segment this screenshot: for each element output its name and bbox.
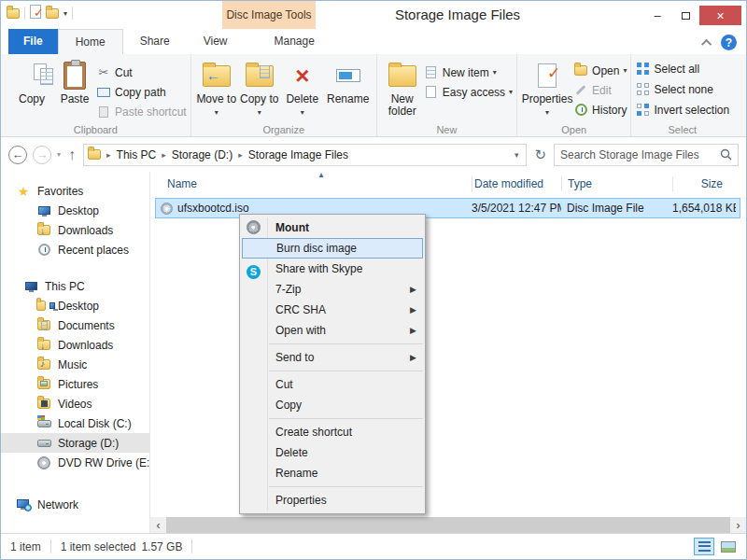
close-button[interactable]: × <box>699 6 741 25</box>
recent-locations-icon[interactable]: ▾ <box>57 150 61 159</box>
menu-item-cut[interactable]: Cut <box>240 374 425 395</box>
breadcrumb-separator-icon: ▸ <box>234 150 247 160</box>
menu-item-mount[interactable]: Mount <box>240 217 425 238</box>
paste-button[interactable]: Paste <box>53 57 96 105</box>
horizontal-scrollbar[interactable]: ‹ › <box>150 517 746 533</box>
tab-file[interactable]: File <box>8 29 58 54</box>
move-to-button[interactable]: ← Move to▾ <box>195 57 238 119</box>
tab-view[interactable]: View <box>187 29 245 54</box>
sidebar-item-downloads[interactable]: ↓Downloads <box>1 335 149 355</box>
breadcrumb-separator-icon: ▸ <box>103 150 115 160</box>
breadcrumb-storage-image-files[interactable]: Storage Image Files <box>248 148 348 161</box>
menu-item-copy[interactable]: Copy <box>240 395 425 415</box>
paste-shortcut-button[interactable]: Paste shortcut <box>96 104 187 119</box>
open-icon <box>573 65 588 76</box>
menu-item-7-zip[interactable]: 7-Zip▶ <box>240 279 425 300</box>
sidebar-item-documents[interactable]: Documents <box>1 315 149 335</box>
sidebar-item-storage-d[interactable]: Storage (D:) <box>1 433 149 453</box>
refresh-icon[interactable]: ↻ <box>532 147 548 163</box>
network-icon <box>16 499 31 510</box>
menu-item-share-with-skype[interactable]: SShare with Skype <box>240 259 425 279</box>
back-button[interactable]: ← <box>8 146 27 164</box>
maximize-icon <box>682 12 690 20</box>
dvd-disc-icon <box>36 456 51 469</box>
minimize-button[interactable]: – <box>643 6 671 25</box>
qat-separator <box>72 7 73 20</box>
details-view-button[interactable] <box>694 538 714 555</box>
menu-item-burn-disc-image[interactable]: Burn disc image <box>242 238 423 259</box>
properties-qat-button[interactable]: ✓ <box>30 5 41 21</box>
scrollbar-thumb[interactable] <box>166 517 730 533</box>
easy-access-button[interactable]: Easy access▾ <box>424 84 513 100</box>
file-type: Disc Image File <box>561 202 672 215</box>
sidebar-item-videos[interactable]: Videos <box>1 394 149 413</box>
new-folder-button[interactable]: New folder <box>381 57 424 118</box>
open-button[interactable]: Open▾ <box>573 63 627 78</box>
sidebar-item-favorites[interactable]: ★Favorites <box>1 181 149 201</box>
sidebar-item-dvd-drive-e[interactable]: DVD RW Drive (E:) <box>1 453 149 472</box>
copy-button[interactable]: Copy <box>10 57 53 105</box>
copy-label: Copy <box>19 93 45 105</box>
maximize-button[interactable] <box>671 6 699 25</box>
column-header-size[interactable]: Size <box>672 176 738 191</box>
copy-to-button[interactable]: Copy to▾ <box>238 57 281 119</box>
up-button[interactable]: ↑ <box>66 147 78 163</box>
paste-label: Paste <box>61 93 90 105</box>
forward-button[interactable]: → <box>33 146 51 164</box>
sidebar-item-desktop-fav[interactable]: Desktop <box>1 201 149 220</box>
new-item-button[interactable]: New item▾ <box>424 64 513 80</box>
scroll-left-icon[interactable]: ‹ <box>150 517 166 533</box>
sidebar-item-network[interactable]: Network <box>1 495 149 514</box>
select-all-button[interactable]: Select all <box>635 61 729 77</box>
invert-selection-button[interactable]: Invert selection <box>635 102 729 118</box>
column-header-type[interactable]: Type <box>561 176 672 191</box>
dropdown-caret: ▾ <box>623 66 627 75</box>
sidebar-item-this-pc[interactable]: This PC <box>1 276 149 296</box>
sidebar-item-downloads-fav[interactable]: ↓Downloads <box>1 220 149 240</box>
menu-item-rename[interactable]: Rename <box>240 463 425 483</box>
sidebar-item-music[interactable]: ♪Music <box>1 355 149 374</box>
status-divider <box>50 539 51 553</box>
scroll-right-icon[interactable]: › <box>730 517 746 533</box>
dropdown-caret: ▾ <box>258 106 261 119</box>
menu-item-crc-sha[interactable]: CRC SHA▶ <box>240 300 425 320</box>
rename-button[interactable]: Rename <box>324 57 373 105</box>
copy-path-button[interactable]: Copy path <box>96 84 187 100</box>
large-icons-view-button[interactable] <box>718 538 739 555</box>
search-input[interactable] <box>560 148 720 161</box>
menu-item-properties[interactable]: Properties <box>240 490 425 511</box>
menu-item-delete[interactable]: Delete <box>240 442 425 463</box>
breadcrumb-storage-d[interactable]: Storage (D:) <box>172 148 233 161</box>
collapse-ribbon-icon[interactable] <box>701 38 712 49</box>
tab-share[interactable]: Share <box>123 29 187 54</box>
delete-button[interactable]: × Delete▾ <box>281 57 324 119</box>
column-header-name[interactable]: Name <box>150 176 472 191</box>
breadcrumb-this-pc[interactable]: This PC <box>117 148 157 161</box>
menu-item-open-with[interactable]: Open with▶ <box>240 320 425 341</box>
help-icon[interactable]: ? <box>721 35 737 50</box>
contextual-tab-header: Disc Image Tools <box>222 1 316 29</box>
tab-home[interactable]: Home <box>58 29 123 54</box>
qat-dropdown-icon[interactable]: ▾ <box>63 9 67 18</box>
search-box[interactable] <box>554 144 739 166</box>
clipboard-group-label: Clipboard <box>1 124 190 135</box>
edit-button[interactable]: Edit <box>573 82 627 98</box>
properties-button[interactable]: ✓ Properties▾ <box>521 57 573 119</box>
star-icon: ★ <box>16 184 31 199</box>
select-none-button[interactable]: Select none <box>635 81 729 97</box>
menu-item-send-to[interactable]: Send to▶ <box>240 347 425 368</box>
column-header-date-modified[interactable]: Date modified <box>472 176 561 191</box>
tab-manage[interactable]: Manage <box>258 29 331 54</box>
column-headers: Name Date modified Type Size <box>150 172 746 196</box>
music-folder-icon: ♪ <box>36 359 51 370</box>
sidebar-item-desktop[interactable]: Desktop <box>1 296 149 315</box>
new-folder-qat-button[interactable] <box>46 8 59 19</box>
address-dropdown-icon[interactable]: ▾ <box>514 150 523 160</box>
sidebar-item-local-disk-c[interactable]: Local Disk (C:) <box>1 413 149 433</box>
cut-button[interactable]: ✂ Cut <box>96 64 187 80</box>
sidebar-item-pictures[interactable]: Pictures <box>1 374 149 394</box>
breadcrumb[interactable]: ▸ This PC ▸ Storage (D:) ▸ Storage Image… <box>83 144 527 166</box>
history-button[interactable]: History <box>573 102 627 118</box>
menu-item-create-shortcut[interactable]: Create shortcut <box>240 422 425 442</box>
sidebar-item-recent-places[interactable]: Recent places <box>1 240 149 259</box>
